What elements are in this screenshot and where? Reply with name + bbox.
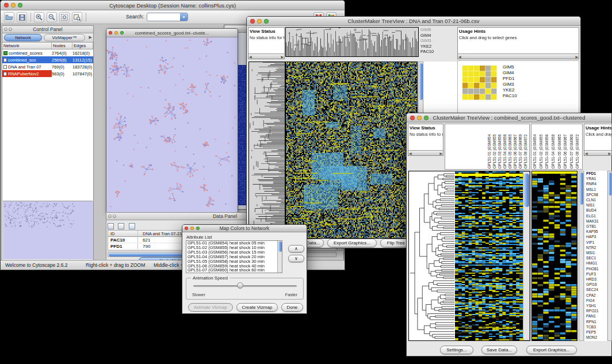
search-input[interactable]: ▼ xyxy=(147,13,188,21)
close-icon[interactable] xyxy=(109,31,112,35)
gene-label[interactable]: ELG1 xyxy=(586,214,607,219)
gene-label[interactable]: PUF3 xyxy=(586,272,607,277)
delete-attribute-icon[interactable] xyxy=(129,223,135,229)
column-label[interactable]: GPL51-06 (GSM867 xyxy=(563,125,569,168)
gene-label[interactable]: PEP5 xyxy=(586,330,607,335)
gene-label[interactable]: TCB3 xyxy=(586,325,607,329)
gene-label[interactable]: MAK31 xyxy=(586,219,607,224)
zoom-in-button[interactable] xyxy=(34,12,44,22)
gene-label[interactable]: CLN1 xyxy=(586,198,607,202)
gene-label[interactable]: MSL1 xyxy=(586,187,607,192)
attribute-list-item[interactable]: GPL51-02 (GSM855) heat shock 10 min xyxy=(186,246,282,250)
column-label[interactable]: GPL51-03 (GSM856 xyxy=(498,125,503,168)
minimize-icon[interactable] xyxy=(114,31,118,35)
heatmap[interactable] xyxy=(285,62,418,239)
gene-label[interactable]: GTB1 xyxy=(586,224,607,229)
save-data-button[interactable]: Save Data... xyxy=(481,346,517,354)
column-label[interactable]: GPL51-05 (GSM865 xyxy=(508,125,513,168)
column-label[interactable]: GPL51-03 (GSM856 xyxy=(545,125,551,168)
gene-label[interactable]: PAN1 xyxy=(586,314,607,319)
column-label[interactable]: GPL51-08 (GSM872 xyxy=(523,125,529,168)
treeview-combined-titlebar[interactable]: ClusterMaker TreeView : combined_scores_… xyxy=(407,113,611,122)
attribute-list-item[interactable]: GPL51-05 (GSM858) heat shock 30 min xyxy=(186,259,282,264)
animate-vizmap-button[interactable]: Animate Vizmap xyxy=(188,303,233,312)
row-dendrogram-canvas[interactable] xyxy=(409,171,455,340)
move-up-button[interactable]: ∧ xyxy=(288,245,304,252)
network-table-header[interactable]: Network Nodes Edges xyxy=(2,43,93,49)
gene-label[interactable]: GIM4 xyxy=(420,33,441,39)
gene-label[interactable]: RPO21 xyxy=(586,309,607,313)
column-label[interactable]: GPL51-07 (GSM869 xyxy=(569,125,576,168)
gene-label[interactable]: HRD3 xyxy=(586,277,607,282)
control-panel-header[interactable]: Control Panel xyxy=(2,26,93,33)
tab-network[interactable]: Network xyxy=(4,34,42,41)
export-graphics-button[interactable]: Export Graphics... xyxy=(526,346,577,354)
row-dendrogram-canvas[interactable] xyxy=(249,62,285,238)
table-row[interactable]: RNAPuberNov2 563(0) 107847(0) xyxy=(2,70,93,77)
close-icon[interactable] xyxy=(250,19,255,24)
gene-label[interactable]: GIM3 xyxy=(503,82,517,87)
gene-label[interactable]: GIM3 xyxy=(420,38,441,44)
open-folder-button[interactable] xyxy=(4,12,14,22)
table-row-selected[interactable]: combined_sco 2569(6) 13112(15) xyxy=(2,56,93,63)
gene-label[interactable]: PAC10 xyxy=(503,93,517,99)
gene-label[interactable]: SPC98 xyxy=(586,193,607,197)
gene-label[interactable]: HMG1 xyxy=(586,261,607,266)
gene-label[interactable]: FIG4 xyxy=(586,298,607,303)
gene-label[interactable]: PHO81 xyxy=(586,267,607,271)
attribute-list-item[interactable]: GPL51-01 (GSM854) heat shock 05 min xyxy=(186,241,282,246)
gene-list-scrollbar[interactable] xyxy=(607,171,612,341)
select-attributes-icon[interactable] xyxy=(108,223,114,229)
panel-scrollbar[interactable]: ◀▶ xyxy=(248,53,284,59)
column-label[interactable]: GPL51-08 (GSM872 xyxy=(575,125,582,168)
heatmap-canvas[interactable] xyxy=(286,62,417,238)
zoom-selected-button[interactable] xyxy=(72,12,82,22)
attribute-list-item[interactable]: GPL51-03 (GSM856) heat shock 15 min xyxy=(186,250,282,255)
close-icon[interactable] xyxy=(4,3,9,7)
column-label[interactable]: GPL51-01 (GSM854 xyxy=(487,125,492,168)
gene-label[interactable]: YRA1 xyxy=(586,177,607,181)
gene-label[interactable]: PAC10 xyxy=(420,49,441,55)
network-overview-panel[interactable] xyxy=(3,201,93,259)
gene-label[interactable]: RPN1 xyxy=(586,320,607,324)
gene-label[interactable]: YKE2 xyxy=(503,87,517,93)
minimize-icon[interactable] xyxy=(417,116,422,120)
gene-label[interactable]: NTR2 xyxy=(586,246,607,250)
panel-controls[interactable] xyxy=(4,28,12,31)
column-label[interactable]: GPL51-01 (GSM854 xyxy=(533,125,539,168)
tab-vizmapper[interactable]: VizMapper™ xyxy=(44,34,85,41)
gene-label[interactable]: GIM5 xyxy=(503,64,517,70)
panel-controls[interactable] xyxy=(108,214,116,218)
gene-label[interactable]: MSI1 xyxy=(586,251,607,255)
column-label[interactable]: GPL51-02 (GSM855 xyxy=(492,125,498,168)
column-label[interactable]: GPL51-05 (GSM865 xyxy=(557,125,564,168)
slider-thumb[interactable] xyxy=(237,282,243,289)
zoom-heatmap-canvas[interactable] xyxy=(532,171,577,340)
network-canvas[interactable] xyxy=(106,37,238,213)
gene-label[interactable]: CPA2 xyxy=(586,293,607,298)
create-attribute-icon[interactable] xyxy=(118,223,124,229)
dialog-titlebar[interactable]: Map Colors to Network xyxy=(182,225,307,232)
row-dendrogram[interactable] xyxy=(248,62,285,239)
panel-scrollbar[interactable]: ◀▶ xyxy=(584,150,611,155)
panel-scrollbar[interactable]: ◀▶ xyxy=(408,150,443,155)
export-graphics-button[interactable]: Export Graphics... xyxy=(327,239,377,247)
create-vizmap-button[interactable]: Create Vizmap xyxy=(236,303,278,312)
attribute-list-item[interactable]: GPL51-04 (GSM857) heat shock 20 min xyxy=(186,255,282,259)
gene-label[interactable]: NIS1 xyxy=(586,203,607,208)
zoom-window-icon[interactable] xyxy=(120,31,124,35)
gene-label[interactable]: RNR4 xyxy=(586,182,607,186)
gene-label[interactable]: PFD1 xyxy=(503,76,517,82)
gene-label[interactable]: KAP95 xyxy=(586,229,607,234)
gene-label[interactable]: YKE2 xyxy=(420,44,441,49)
gene-label[interactable]: PFD1 xyxy=(586,171,607,176)
zoom-fit-button[interactable] xyxy=(59,12,70,22)
move-down-button[interactable]: ∨ xyxy=(288,255,304,262)
column-label[interactable]: GPL51-07 (GSM869 xyxy=(518,125,523,168)
list-vertical-scrollbar[interactable] xyxy=(277,241,282,273)
column-label[interactable]: GPL51-06 (GSM867 xyxy=(513,125,518,168)
minimize-icon[interactable] xyxy=(190,227,194,230)
gene-label[interactable]: VIP1 xyxy=(586,240,607,245)
zoom-window-icon[interactable] xyxy=(264,19,269,24)
attribute-list-item[interactable]: GPL51-07 (GSM860) heat shock 60 min xyxy=(186,268,282,273)
